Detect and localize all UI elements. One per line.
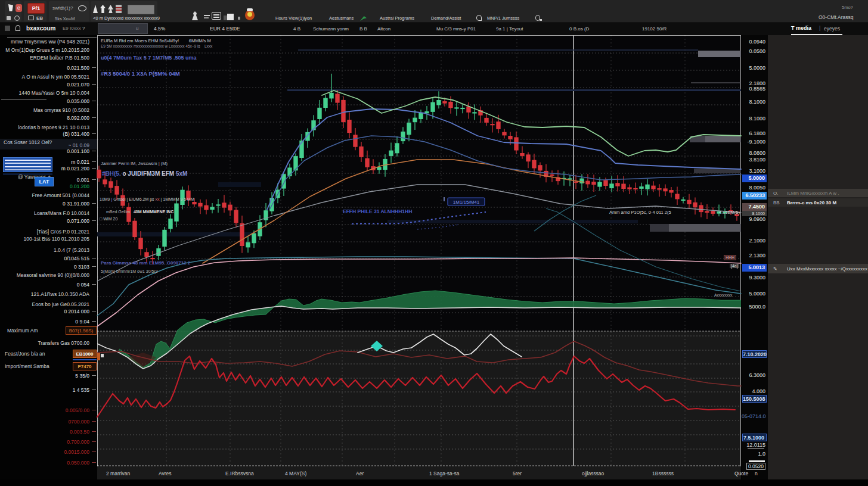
svg-text:1M1/15/M41: 1M1/15/M41 [453, 200, 480, 205]
